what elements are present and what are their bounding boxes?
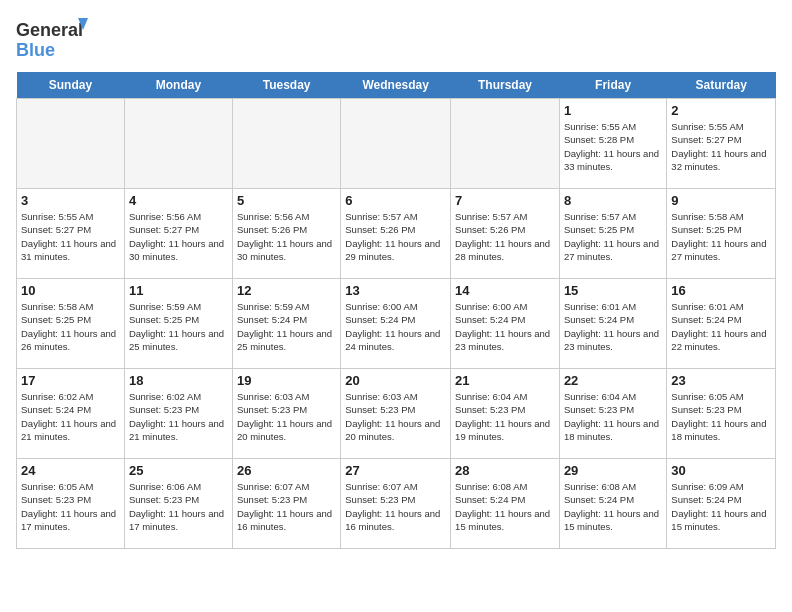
cell-info: Sunrise: 6:06 AM Sunset: 5:23 PM Dayligh… <box>129 480 228 533</box>
date-number: 29 <box>564 463 662 478</box>
cell-info: Sunrise: 6:05 AM Sunset: 5:23 PM Dayligh… <box>671 390 771 443</box>
calendar-cell: 30Sunrise: 6:09 AM Sunset: 5:24 PM Dayli… <box>667 459 776 549</box>
calendar-cell: 10Sunrise: 5:58 AM Sunset: 5:25 PM Dayli… <box>17 279 125 369</box>
date-number: 20 <box>345 373 446 388</box>
cell-info: Sunrise: 6:00 AM Sunset: 5:24 PM Dayligh… <box>455 300 555 353</box>
calendar-cell <box>124 99 232 189</box>
calendar-table: SundayMondayTuesdayWednesdayThursdayFrid… <box>16 72 776 549</box>
calendar-cell: 19Sunrise: 6:03 AM Sunset: 5:23 PM Dayli… <box>233 369 341 459</box>
svg-text:Blue: Blue <box>16 40 55 60</box>
date-number: 2 <box>671 103 771 118</box>
cell-info: Sunrise: 6:04 AM Sunset: 5:23 PM Dayligh… <box>564 390 662 443</box>
cell-info: Sunrise: 6:08 AM Sunset: 5:24 PM Dayligh… <box>564 480 662 533</box>
date-number: 15 <box>564 283 662 298</box>
week-row-5: 24Sunrise: 6:05 AM Sunset: 5:23 PM Dayli… <box>17 459 776 549</box>
date-number: 23 <box>671 373 771 388</box>
date-number: 16 <box>671 283 771 298</box>
cell-info: Sunrise: 6:07 AM Sunset: 5:23 PM Dayligh… <box>237 480 336 533</box>
date-number: 24 <box>21 463 120 478</box>
week-row-2: 3Sunrise: 5:55 AM Sunset: 5:27 PM Daylig… <box>17 189 776 279</box>
date-number: 12 <box>237 283 336 298</box>
date-number: 27 <box>345 463 446 478</box>
calendar-cell <box>451 99 560 189</box>
calendar-cell: 24Sunrise: 6:05 AM Sunset: 5:23 PM Dayli… <box>17 459 125 549</box>
cell-info: Sunrise: 5:58 AM Sunset: 5:25 PM Dayligh… <box>21 300 120 353</box>
date-number: 7 <box>455 193 555 208</box>
header-row: SundayMondayTuesdayWednesdayThursdayFrid… <box>17 72 776 99</box>
day-header-tuesday: Tuesday <box>233 72 341 99</box>
calendar-cell: 14Sunrise: 6:00 AM Sunset: 5:24 PM Dayli… <box>451 279 560 369</box>
calendar-cell: 27Sunrise: 6:07 AM Sunset: 5:23 PM Dayli… <box>341 459 451 549</box>
date-number: 9 <box>671 193 771 208</box>
week-row-4: 17Sunrise: 6:02 AM Sunset: 5:24 PM Dayli… <box>17 369 776 459</box>
date-number: 1 <box>564 103 662 118</box>
cell-info: Sunrise: 6:02 AM Sunset: 5:23 PM Dayligh… <box>129 390 228 443</box>
calendar-cell: 4Sunrise: 5:56 AM Sunset: 5:27 PM Daylig… <box>124 189 232 279</box>
date-number: 8 <box>564 193 662 208</box>
week-row-1: 1Sunrise: 5:55 AM Sunset: 5:28 PM Daylig… <box>17 99 776 189</box>
date-number: 25 <box>129 463 228 478</box>
cell-info: Sunrise: 5:55 AM Sunset: 5:27 PM Dayligh… <box>671 120 771 173</box>
cell-info: Sunrise: 6:04 AM Sunset: 5:23 PM Dayligh… <box>455 390 555 443</box>
date-number: 14 <box>455 283 555 298</box>
calendar-cell: 9Sunrise: 5:58 AM Sunset: 5:25 PM Daylig… <box>667 189 776 279</box>
date-number: 4 <box>129 193 228 208</box>
day-header-monday: Monday <box>124 72 232 99</box>
date-number: 26 <box>237 463 336 478</box>
cell-info: Sunrise: 6:09 AM Sunset: 5:24 PM Dayligh… <box>671 480 771 533</box>
day-header-thursday: Thursday <box>451 72 560 99</box>
day-header-saturday: Saturday <box>667 72 776 99</box>
day-header-wednesday: Wednesday <box>341 72 451 99</box>
calendar-cell: 5Sunrise: 5:56 AM Sunset: 5:26 PM Daylig… <box>233 189 341 279</box>
calendar-cell: 12Sunrise: 5:59 AM Sunset: 5:24 PM Dayli… <box>233 279 341 369</box>
date-number: 30 <box>671 463 771 478</box>
header: GeneralBlue <box>16 16 776 60</box>
date-number: 11 <box>129 283 228 298</box>
date-number: 13 <box>345 283 446 298</box>
calendar-cell: 21Sunrise: 6:04 AM Sunset: 5:23 PM Dayli… <box>451 369 560 459</box>
cell-info: Sunrise: 6:08 AM Sunset: 5:24 PM Dayligh… <box>455 480 555 533</box>
cell-info: Sunrise: 6:01 AM Sunset: 5:24 PM Dayligh… <box>671 300 771 353</box>
cell-info: Sunrise: 5:58 AM Sunset: 5:25 PM Dayligh… <box>671 210 771 263</box>
cell-info: Sunrise: 5:56 AM Sunset: 5:27 PM Dayligh… <box>129 210 228 263</box>
calendar-cell: 16Sunrise: 6:01 AM Sunset: 5:24 PM Dayli… <box>667 279 776 369</box>
cell-info: Sunrise: 5:57 AM Sunset: 5:25 PM Dayligh… <box>564 210 662 263</box>
calendar-cell: 29Sunrise: 6:08 AM Sunset: 5:24 PM Dayli… <box>559 459 666 549</box>
date-number: 22 <box>564 373 662 388</box>
cell-info: Sunrise: 5:57 AM Sunset: 5:26 PM Dayligh… <box>345 210 446 263</box>
calendar-cell: 2Sunrise: 5:55 AM Sunset: 5:27 PM Daylig… <box>667 99 776 189</box>
date-number: 21 <box>455 373 555 388</box>
calendar-cell <box>341 99 451 189</box>
logo-icon: GeneralBlue <box>16 16 96 60</box>
calendar-cell: 15Sunrise: 6:01 AM Sunset: 5:24 PM Dayli… <box>559 279 666 369</box>
calendar-cell: 1Sunrise: 5:55 AM Sunset: 5:28 PM Daylig… <box>559 99 666 189</box>
date-number: 19 <box>237 373 336 388</box>
date-number: 10 <box>21 283 120 298</box>
date-number: 6 <box>345 193 446 208</box>
cell-info: Sunrise: 6:02 AM Sunset: 5:24 PM Dayligh… <box>21 390 120 443</box>
cell-info: Sunrise: 6:00 AM Sunset: 5:24 PM Dayligh… <box>345 300 446 353</box>
cell-info: Sunrise: 5:59 AM Sunset: 5:24 PM Dayligh… <box>237 300 336 353</box>
cell-info: Sunrise: 6:07 AM Sunset: 5:23 PM Dayligh… <box>345 480 446 533</box>
date-number: 18 <box>129 373 228 388</box>
calendar-cell: 23Sunrise: 6:05 AM Sunset: 5:23 PM Dayli… <box>667 369 776 459</box>
week-row-3: 10Sunrise: 5:58 AM Sunset: 5:25 PM Dayli… <box>17 279 776 369</box>
calendar-cell: 20Sunrise: 6:03 AM Sunset: 5:23 PM Dayli… <box>341 369 451 459</box>
calendar-cell: 17Sunrise: 6:02 AM Sunset: 5:24 PM Dayli… <box>17 369 125 459</box>
date-number: 28 <box>455 463 555 478</box>
cell-info: Sunrise: 5:55 AM Sunset: 5:27 PM Dayligh… <box>21 210 120 263</box>
svg-text:General: General <box>16 20 83 40</box>
cell-info: Sunrise: 5:57 AM Sunset: 5:26 PM Dayligh… <box>455 210 555 263</box>
cell-info: Sunrise: 5:56 AM Sunset: 5:26 PM Dayligh… <box>237 210 336 263</box>
calendar-cell: 22Sunrise: 6:04 AM Sunset: 5:23 PM Dayli… <box>559 369 666 459</box>
calendar-cell: 18Sunrise: 6:02 AM Sunset: 5:23 PM Dayli… <box>124 369 232 459</box>
logo: GeneralBlue <box>16 16 96 60</box>
calendar-cell: 8Sunrise: 5:57 AM Sunset: 5:25 PM Daylig… <box>559 189 666 279</box>
cell-info: Sunrise: 6:01 AM Sunset: 5:24 PM Dayligh… <box>564 300 662 353</box>
calendar-cell: 13Sunrise: 6:00 AM Sunset: 5:24 PM Dayli… <box>341 279 451 369</box>
calendar-cell: 7Sunrise: 5:57 AM Sunset: 5:26 PM Daylig… <box>451 189 560 279</box>
calendar-cell <box>17 99 125 189</box>
cell-info: Sunrise: 6:05 AM Sunset: 5:23 PM Dayligh… <box>21 480 120 533</box>
calendar-cell: 26Sunrise: 6:07 AM Sunset: 5:23 PM Dayli… <box>233 459 341 549</box>
day-header-friday: Friday <box>559 72 666 99</box>
